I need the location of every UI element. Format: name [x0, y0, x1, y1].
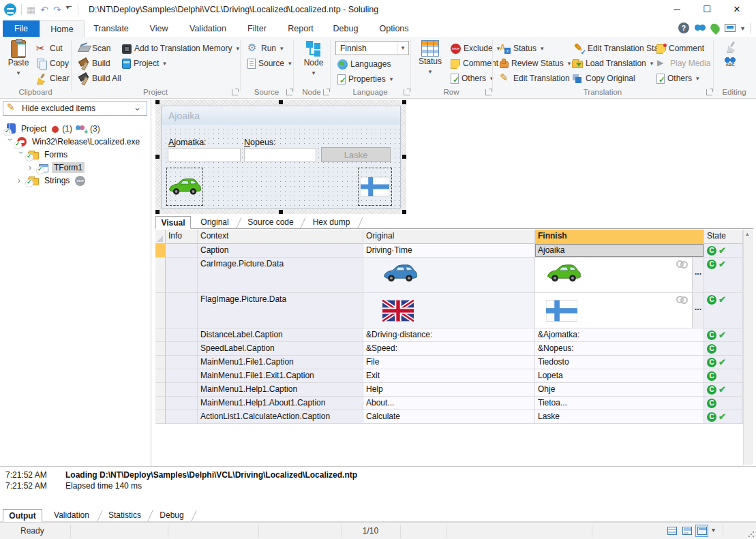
- run-button[interactable]: Run: [245, 42, 286, 55]
- cell-context[interactable]: CarImage.Picture.Data: [198, 258, 363, 293]
- load-translation-button[interactable]: Load Translation: [570, 57, 655, 70]
- tab-validation[interactable]: Validation: [180, 20, 236, 37]
- chevron-down-icon[interactable]: [741, 23, 744, 33]
- tab-view[interactable]: View: [138, 20, 180, 37]
- cell-context[interactable]: Caption: [198, 244, 363, 258]
- tab-source-code[interactable]: Source code: [241, 216, 300, 229]
- cell-info[interactable]: [166, 410, 198, 424]
- chevron-expanded-icon[interactable]: ›: [18, 151, 25, 158]
- car-image-preview[interactable]: [166, 168, 203, 206]
- tree-item-source[interactable]: › Win32\Release\Localized.exe: [7, 135, 142, 148]
- speed-input[interactable]: [244, 148, 316, 162]
- cell-info[interactable]: [166, 356, 198, 369]
- tree-item-strings[interactable]: › Strings: [18, 174, 85, 187]
- add-to-translation-memory-button[interactable]: Add to Translation Memory: [120, 42, 241, 55]
- scan-button[interactable]: Scan: [76, 42, 112, 55]
- tab-report[interactable]: Report: [278, 20, 323, 37]
- tree-item-project[interactable]: Project (1) (3): [7, 122, 100, 135]
- cell-state[interactable]: C: [704, 369, 743, 383]
- cell-state[interactable]: C✔: [704, 356, 743, 369]
- dialog-launcher-icon[interactable]: [232, 89, 238, 95]
- build-all-button[interactable]: Build All: [76, 72, 123, 85]
- cell-state[interactable]: C✔: [704, 244, 743, 258]
- cell-original-image[interactable]: [363, 293, 535, 328]
- table-row[interactable]: DistanceLabel.Caption &Driving·distance:…: [155, 328, 743, 342]
- app-menu-icon[interactable]: [4, 3, 16, 16]
- tab-hex-dump[interactable]: Hex dump: [305, 216, 357, 229]
- row-indicator[interactable]: [155, 244, 166, 258]
- node-button[interactable]: Node: [299, 40, 329, 77]
- tab-debug[interactable]: Debug: [153, 509, 191, 522]
- resize-handle[interactable]: [402, 155, 406, 159]
- cell-context[interactable]: DistanceLabel.Caption: [198, 328, 363, 342]
- cell-info[interactable]: [166, 342, 198, 356]
- cell-state[interactable]: C✔: [704, 293, 743, 328]
- tab-original[interactable]: Original: [194, 216, 236, 229]
- table-row[interactable]: SpeedLabel.Caption &Speed: &Nopeus: C: [155, 342, 743, 356]
- cell-original[interactable]: Help: [363, 383, 535, 397]
- undo-icon[interactable]: ↶: [40, 4, 48, 15]
- cell-original-image[interactable]: [363, 258, 535, 293]
- tab-options[interactable]: Options: [368, 20, 420, 37]
- calculate-button[interactable]: Laske: [321, 147, 391, 162]
- tab-validation[interactable]: Validation: [46, 509, 97, 522]
- tree-item-tform1[interactable]: › TForm1: [29, 161, 85, 174]
- resize-handle[interactable]: [402, 100, 406, 104]
- cell-context[interactable]: ActionList1.CalculateAction.Caption: [198, 410, 363, 424]
- tab-visual[interactable]: Visual: [155, 216, 191, 229]
- location-pin-icon[interactable]: [708, 21, 721, 34]
- ellipsis-button[interactable]: ...: [692, 258, 704, 292]
- screen-icon[interactable]: [725, 24, 736, 32]
- ellipsis-button[interactable]: ...: [692, 293, 704, 328]
- dialog-launcher-icon[interactable]: [323, 89, 329, 95]
- cell-original[interactable]: About...: [363, 397, 535, 410]
- cell-original[interactable]: &Driving·distance:: [363, 328, 535, 342]
- save-icon[interactable]: ▦: [27, 4, 35, 15]
- row-indicator[interactable]: [155, 258, 166, 293]
- row-indicator[interactable]: [155, 369, 166, 383]
- cell-original[interactable]: File: [363, 356, 535, 369]
- card-view-button[interactable]: [680, 525, 693, 537]
- cell-translation[interactable]: Ajoaika: [535, 244, 704, 258]
- column-header-target-language[interactable]: Finnish: [535, 230, 704, 244]
- row-indicator[interactable]: [155, 293, 166, 328]
- column-header-original[interactable]: Original: [363, 230, 535, 244]
- chevron-collapsed-icon[interactable]: ›: [29, 164, 35, 171]
- cell-translation[interactable]: &Nopeus:: [535, 342, 704, 356]
- column-header-state[interactable]: State: [704, 230, 743, 244]
- row-indicator[interactable]: [155, 410, 166, 424]
- edit-translation-button[interactable]: Edit Translation: [498, 72, 572, 85]
- language-select[interactable]: Finnish: [335, 41, 409, 55]
- copy-original-button[interactable]: Copy Original: [570, 72, 637, 85]
- cell-translation[interactable]: Lopeta: [535, 369, 704, 383]
- cut-button[interactable]: Cut: [34, 42, 65, 55]
- tree-filter-select[interactable]: Hide excluded items: [3, 101, 147, 116]
- cell-context[interactable]: SpeedLabel.Caption: [198, 342, 363, 356]
- exclude-button[interactable]: Exclude: [449, 42, 502, 55]
- cell-translation[interactable]: Ohje: [535, 383, 704, 397]
- dialog-launcher-icon[interactable]: [706, 89, 712, 95]
- form-view-button[interactable]: [695, 525, 708, 537]
- cell-info[interactable]: [166, 293, 198, 328]
- cell-state[interactable]: C: [704, 342, 743, 356]
- clear-button[interactable]: Clear: [34, 72, 72, 85]
- cell-translation[interactable]: Tietoa...: [535, 397, 704, 410]
- cell-state[interactable]: C✔: [704, 410, 743, 424]
- resize-handle[interactable]: [155, 100, 160, 104]
- close-button[interactable]: ✕: [722, 0, 752, 19]
- cell-info[interactable]: [166, 369, 198, 383]
- translation-status-button[interactable]: Status: [498, 42, 546, 55]
- dialog-launcher-icon[interactable]: [404, 89, 410, 95]
- view-options-dropdown[interactable]: [712, 525, 715, 534]
- tab-debug[interactable]: Debug: [323, 20, 368, 37]
- cell-context[interactable]: MainMenu1.Help1.About1.Caption: [198, 397, 363, 410]
- help-icon[interactable]: ?: [678, 22, 689, 33]
- flag-image-preview[interactable]: [358, 168, 392, 206]
- cell-translation-image[interactable]: ...: [535, 258, 704, 293]
- table-row[interactable]: CarImage.Picture.Data ... C✔: [155, 258, 743, 293]
- maximize-button[interactable]: ☐: [692, 0, 722, 19]
- vertical-scrollbar[interactable]: [743, 230, 753, 465]
- cell-info[interactable]: [166, 383, 198, 397]
- cell-context[interactable]: MainMenu1.File1.Caption: [198, 356, 363, 369]
- cell-state[interactable]: C✔: [704, 383, 743, 397]
